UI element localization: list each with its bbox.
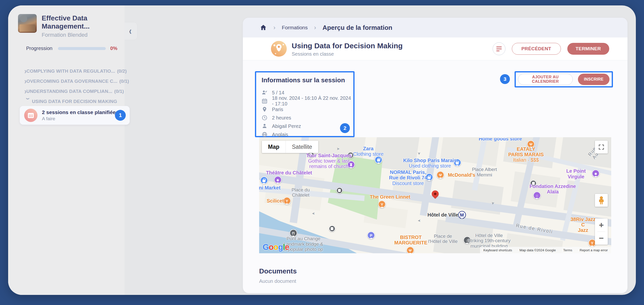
sidebar-item-2[interactable]: ›UNDERSTANDING DATA COMPLIAN...(0/1) bbox=[8, 86, 124, 96]
breadcrumb-separator-icon: › bbox=[274, 24, 276, 31]
sidebar-item-sessions[interactable]: 2 sessions en classe planifiées A faire … bbox=[20, 106, 130, 125]
map-poi-subtitle: Clothing store bbox=[353, 151, 384, 157]
course-nav-list: ›COMPLYING WITH DATA REGULATIO...(0/2)›O… bbox=[8, 66, 124, 106]
course-title: Effective Data Management... bbox=[42, 14, 116, 30]
add-to-calendar-button[interactable]: AJOUTER AU CALENDRIER bbox=[518, 74, 573, 85]
session-detail-value: Abigail Perez bbox=[272, 123, 301, 129]
map-poi-mini-market[interactable]: ini Market bbox=[259, 185, 280, 190]
map-poi-green-linnet[interactable]: The Green Linnet bbox=[370, 194, 410, 199]
location-pin-icon bbox=[276, 44, 282, 50]
session-type-icon bbox=[271, 41, 287, 57]
cocktail-pin-icon[interactable]: Y bbox=[378, 201, 386, 208]
pegman-icon bbox=[599, 196, 604, 204]
progress-row: Progression 0% bbox=[26, 45, 117, 51]
session-location-marker[interactable] bbox=[431, 190, 440, 199]
bus-pin-icon bbox=[329, 225, 335, 232]
sidebar-collapse-button[interactable]: ‹ bbox=[124, 22, 137, 40]
parking-pin-icon[interactable]: P bbox=[367, 231, 375, 239]
session-location-map[interactable]: ➤ ➤ ➤ ➤ ➤ Tour Saint-JacquesGothic tower… bbox=[259, 137, 611, 253]
sidebar: Effective Data Management... Formation B… bbox=[8, 5, 124, 295]
sessions-item-title: 2 sessions en classe planifiées bbox=[42, 109, 118, 115]
bridge-pin-icon[interactable]: Π bbox=[290, 229, 297, 237]
session-detail-value: Paris bbox=[272, 107, 283, 112]
finish-button[interactable]: TERMINER bbox=[567, 43, 609, 55]
sidebar-item-1[interactable]: ›OVERCOMING DATA GOVERNANCE C...(0/1) bbox=[8, 76, 124, 86]
masks-pin-icon[interactable]: ☻ bbox=[274, 176, 282, 184]
metro-pin-icon[interactable]: M bbox=[458, 211, 466, 219]
sidebar-item-label: OVERCOMING DATA GOVERNANCE C... bbox=[26, 79, 117, 84]
map-poi-hotel-de-ville-metro[interactable]: Hôtel de Ville bbox=[428, 212, 458, 218]
page-title: Using Data for Decision Making bbox=[292, 42, 402, 50]
breadcrumb: › Formations › Aperçu de la formation bbox=[243, 18, 628, 37]
map-zoom-control: + − bbox=[595, 219, 608, 245]
street-view-pegman-button[interactable] bbox=[595, 194, 608, 207]
location-icon bbox=[262, 106, 268, 112]
main-panel: › Formations › Aperçu de la formation Us… bbox=[243, 18, 628, 293]
attribution-item-1[interactable]: Map data ©2024 Google bbox=[520, 248, 556, 252]
sidebar-item-0[interactable]: ›COMPLYING WITH DATA REGULATIO...(0/2) bbox=[8, 66, 124, 76]
map-poi-hotel-de-ville-building: Hôtel de VilleStriking 19th-century muni… bbox=[468, 233, 510, 249]
map-poi-bistrot-marguerite[interactable]: BISTROT MARGUERITE bbox=[394, 234, 427, 245]
map-poi-38riv-jazz[interactable]: 38Riv Jazz C Jazz bbox=[569, 217, 597, 233]
map-fullscreen-button[interactable] bbox=[595, 141, 608, 153]
attribution-item-2[interactable]: Terms bbox=[563, 248, 572, 252]
register-button[interactable]: INSCRIRE bbox=[578, 74, 610, 85]
map-poi-tour-saint-jacques[interactable]: Tour Saint-JacquesGothic tower & last re… bbox=[306, 153, 352, 169]
cart-pin-icon[interactable] bbox=[260, 177, 268, 184]
sidebar-item-count: (0/1) bbox=[114, 89, 124, 94]
session-detail-value: Anglais bbox=[272, 132, 288, 137]
map-poi-pont-au-change: Pont au ChangeLandmark bridge & a popula… bbox=[284, 236, 324, 252]
calendar-icon bbox=[262, 98, 268, 104]
session-detail-value: 18 nov. 2024 - 16:10 À 22 nov. 2024 - 17… bbox=[272, 95, 353, 107]
chevron-right-icon: › bbox=[24, 87, 26, 96]
sidebar-item-count: (0/2) bbox=[117, 68, 127, 74]
attribution-item-0[interactable]: Keyboard shortcuts bbox=[484, 248, 512, 252]
annotation-badge-3: 3 bbox=[500, 74, 510, 84]
google-logo[interactable]: Google bbox=[262, 242, 289, 252]
map-poi-zara[interactable]: ZaraClothing store bbox=[353, 146, 384, 157]
attribution-item-3[interactable]: Report a map error bbox=[580, 248, 608, 252]
sidebar-item-label: UNDERSTANDING DATA COMPLIAN... bbox=[26, 89, 112, 94]
map-poi-subtitle: Italian · $$$ bbox=[508, 157, 544, 163]
map-type-map-button[interactable]: Map bbox=[262, 144, 286, 150]
map-attribution: Keyboard shortcutsMap data ©2024 GoogleT… bbox=[480, 247, 611, 253]
map-poi-fondation-azzedine-alaia[interactable]: Fondation Azzedine Alaïa bbox=[524, 183, 582, 194]
attendees-icon bbox=[262, 90, 268, 96]
notes-menu-button[interactable] bbox=[492, 42, 506, 55]
home-icon[interactable] bbox=[260, 24, 267, 31]
map-poi-place-albert-memmi: Place Albert Memmi bbox=[472, 167, 497, 177]
map-type-satellite-button[interactable]: Satellite bbox=[286, 144, 318, 150]
bus-pin-icon bbox=[336, 187, 343, 194]
map-poi-eataly[interactable]: EATALY PARIS MARAISItalian · $$$ bbox=[508, 146, 544, 163]
zoom-out-button[interactable]: − bbox=[595, 232, 608, 245]
map-poi-kilo-shop[interactable]: Kilo Shop Paris MaraisUsed clothing stor… bbox=[403, 158, 456, 169]
sidebar-item-3[interactable]: ›USING DATA FOR DECISION MAKING bbox=[8, 96, 124, 106]
map-poi-subtitle: Landmark bridge & a popular photo op bbox=[284, 242, 324, 252]
documents-section-title: Documents bbox=[259, 267, 296, 275]
session-detail-row: 2 heures bbox=[262, 114, 353, 122]
chevron-right-icon: › bbox=[24, 77, 26, 85]
map-poi-subtitle: Used clothing store bbox=[403, 163, 456, 169]
person-icon bbox=[262, 123, 268, 129]
breadcrumb-formations[interactable]: Formations bbox=[282, 25, 308, 30]
map-poi-normal-paris[interactable]: NORMAL Paris, Rue de Rivoli 74Discount s… bbox=[389, 170, 427, 186]
cocktail-pin-icon[interactable]: Y bbox=[283, 197, 291, 205]
map-poi-theatre-du-chatelet[interactable]: Théâtre du Châtelet bbox=[266, 170, 312, 175]
sessions-item-status: A faire bbox=[42, 116, 118, 121]
breadcrumb-current: Aperçu de la formation bbox=[322, 24, 392, 31]
bag-pin-icon[interactable] bbox=[375, 156, 382, 164]
app-window: Effective Data Management... Formation B… bbox=[8, 5, 636, 295]
fork-pin-icon[interactable]: Ψ bbox=[437, 171, 444, 179]
progress-bar bbox=[58, 47, 106, 50]
zoom-in-button[interactable]: + bbox=[595, 219, 608, 232]
map-poi-scilicet[interactable]: Scilicet bbox=[267, 198, 284, 204]
progress-value: 0% bbox=[110, 45, 117, 51]
map-poi-mcdonalds[interactable]: McDonald's bbox=[448, 172, 475, 178]
annotation-badge-1: 1 bbox=[115, 110, 126, 121]
progress-label: Progression bbox=[26, 45, 52, 51]
chevron-down-icon: › bbox=[24, 98, 32, 105]
previous-button[interactable]: PRÉCÉDENT bbox=[512, 43, 561, 55]
map-type-control: Map Satellite bbox=[262, 141, 318, 153]
map-poi-le-point-virgule[interactable]: Le Point Virgule bbox=[558, 168, 594, 179]
fork-pin-icon[interactable]: Ψ bbox=[406, 247, 414, 253]
